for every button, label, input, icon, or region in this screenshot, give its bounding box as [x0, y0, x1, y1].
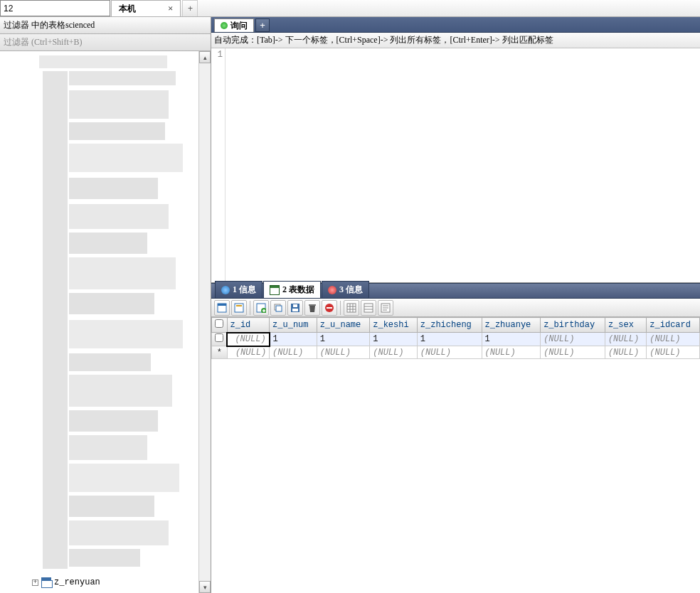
top-search-input[interactable]: [0, 0, 110, 16]
result-tab-tabledata[interactable]: 2 表数据: [263, 281, 321, 298]
svg-rect-7: [276, 306, 282, 311]
grid-empty-area: [211, 359, 700, 593]
sidebar: 过滤器 中的表格scienced 过滤器 (Ctrl+Shift+B): [0, 17, 211, 593]
tree-item[interactable]: + z_renyuan: [32, 577, 100, 587]
line-number: 1: [211, 48, 226, 282]
col-z_idcard[interactable]: z_idcard: [647, 318, 700, 333]
svg-rect-15: [364, 304, 373, 312]
text-view-button[interactable]: [378, 300, 393, 316]
table-data-icon: [270, 285, 280, 295]
query-tab-label: 询问: [230, 20, 248, 32]
add-tab-button[interactable]: +: [182, 0, 198, 16]
tab-label: 本机: [119, 3, 136, 15]
sql-editor[interactable]: 1: [211, 48, 700, 283]
col-z_sex[interactable]: z_sex: [605, 318, 646, 333]
sidebar-header: 过滤器 中的表格scienced: [0, 17, 211, 34]
top-tab-bar: 本机 × +: [0, 0, 700, 17]
col-z_zhicheng[interactable]: z_zhicheng: [417, 318, 482, 333]
info-icon: [328, 286, 336, 294]
col-z_birthday[interactable]: z_birthday: [541, 318, 605, 333]
svg-rect-13: [327, 307, 332, 309]
add-row-button[interactable]: [253, 300, 269, 316]
result-tab-bar: 1 信息 2 表数据 3 信息 blog.csdn.net/: [211, 283, 700, 299]
col-z_keshi[interactable]: z_keshi: [370, 318, 418, 333]
data-grid[interactable]: z_id z_u_num z_u_name z_keshi z_zhicheng…: [211, 317, 700, 359]
svg-rect-14: [347, 304, 356, 312]
table-icon: [41, 577, 51, 587]
svg-rect-3: [236, 305, 242, 306]
new-row-marker: *: [212, 346, 228, 359]
svg-rect-10: [293, 304, 297, 307]
col-z_zhuanye[interactable]: z_zhuanye: [482, 318, 541, 333]
scroll-down-icon[interactable]: ▾: [199, 581, 211, 593]
filter-button[interactable]: [231, 300, 247, 316]
row-checkbox[interactable]: [215, 333, 223, 342]
tree-item-label: z_renyuan: [54, 577, 100, 587]
grid-view-button[interactable]: [344, 300, 359, 316]
filter-input[interactable]: 过滤器 (Ctrl+Shift+B): [0, 34, 211, 51]
col-z_u_name[interactable]: z_u_name: [317, 318, 370, 333]
header-row: z_id z_u_num z_u_name z_keshi z_zhicheng…: [212, 318, 700, 333]
col-z_u_num[interactable]: z_u_num: [270, 318, 317, 333]
table-row[interactable]: * (NULL) (NULL) (NULL) (NULL) (NULL) (NU…: [212, 346, 700, 359]
info-icon: [221, 286, 230, 294]
vertical-scrollbar[interactable]: ▴ ▾: [198, 51, 211, 593]
scroll-up-icon[interactable]: ▴: [199, 51, 211, 63]
table-row[interactable]: (NULL) 1 1 1 1 1 (NULL) (NULL) (NULL): [212, 333, 700, 346]
main-tab[interactable]: 本机 ×: [111, 0, 181, 16]
show-all-button[interactable]: [214, 300, 230, 316]
query-tab-bar: 询问 +: [211, 17, 700, 33]
grid-toolbar: [211, 299, 700, 317]
svg-rect-11: [309, 304, 316, 306]
col-z_id[interactable]: z_id: [227, 318, 270, 333]
add-query-tab[interactable]: +: [255, 18, 270, 32]
form-view-button[interactable]: [361, 300, 376, 316]
expand-icon[interactable]: +: [32, 579, 38, 586]
query-tab[interactable]: 询问: [214, 18, 254, 32]
select-all-checkbox[interactable]: [215, 319, 223, 328]
svg-rect-1: [218, 304, 226, 306]
close-icon[interactable]: ×: [168, 3, 173, 14]
autocomplete-hint: 自动完成：[Tab]-> 下一个标签，[Ctrl+Space]-> 列出所有标签…: [211, 33, 700, 48]
svg-rect-9: [292, 309, 298, 311]
svg-rect-2: [235, 304, 243, 312]
cancel-button[interactable]: [322, 300, 337, 316]
save-button[interactable]: [287, 300, 303, 316]
result-tab-info1[interactable]: 1 信息: [215, 281, 262, 298]
query-status-icon: [221, 22, 228, 29]
delete-row-button[interactable]: [304, 300, 320, 316]
tree-view[interactable]: + z_renyuan ▴ ▾: [0, 51, 211, 593]
result-tab-info3[interactable]: 3 信息: [322, 281, 369, 298]
duplicate-row-button[interactable]: [270, 300, 286, 316]
